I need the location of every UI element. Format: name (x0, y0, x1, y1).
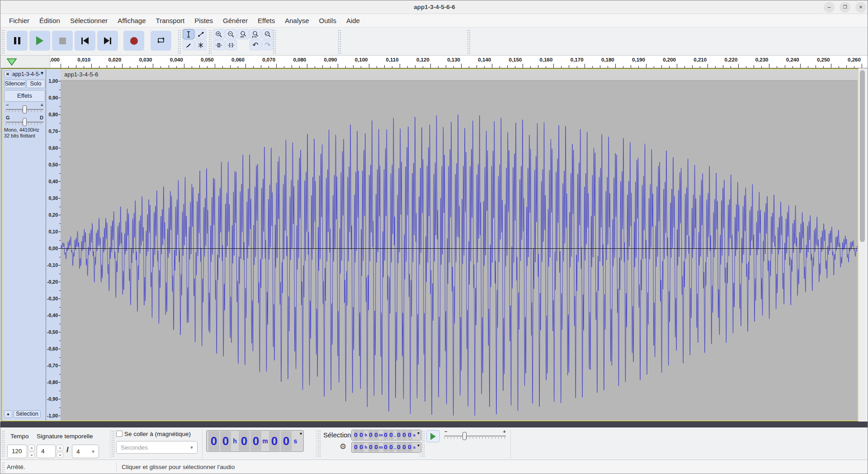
edit-grip[interactable] (208, 29, 212, 54)
tempo-spin-buttons[interactable] (28, 445, 35, 458)
selection-start-digit[interactable]: 0 (383, 431, 388, 440)
record-meter-grip[interactable] (338, 29, 341, 54)
waveform-area[interactable]: app1-3-4-5-6 (61, 69, 858, 421)
close-button[interactable]: × (855, 2, 866, 13)
stop-button[interactable] (52, 31, 73, 51)
selection-end-format-caret-icon[interactable]: ▾ (417, 442, 420, 449)
snapping-grip[interactable] (111, 430, 114, 457)
vertical-scrollbar-thumb[interactable] (860, 70, 865, 242)
play-at-speed-grip[interactable] (421, 430, 425, 457)
audio-position-unit[interactable]: m (262, 431, 269, 451)
track-collapse-button[interactable]: ▲ (4, 410, 12, 418)
track-name[interactable]: app1-3-4-5-6 (12, 71, 40, 78)
audio-position-unit[interactable]: s (292, 431, 299, 451)
menu-analyse[interactable]: Analyse (280, 14, 314, 28)
audio-position-format-caret-icon[interactable]: ▾ (300, 431, 302, 437)
menu-dition[interactable]: Édition (34, 14, 65, 28)
skip-to-end-button[interactable] (97, 31, 118, 51)
playback-meter-grip[interactable] (467, 29, 470, 54)
tools-grip[interactable] (178, 29, 181, 54)
selection-end-unit[interactable]: m (379, 443, 383, 452)
selection-start-digit[interactable]: 0 (354, 431, 359, 440)
menu-pistes[interactable]: Pistes (189, 14, 218, 28)
toolbar-grip[interactable] (1, 29, 5, 54)
restore-button[interactable]: ❐ (840, 2, 850, 13)
pause-button[interactable] (7, 31, 28, 51)
selection-end-digit[interactable]: 0 (407, 443, 412, 452)
menu-aide[interactable]: Aide (341, 14, 365, 28)
menu-gnrer[interactable]: Générer (218, 14, 253, 28)
play-button[interactable] (29, 31, 50, 51)
selection-end-digit[interactable]: 0 (359, 443, 364, 452)
zoom-selection-button[interactable] (237, 29, 249, 39)
audio-setup-grip[interactable] (273, 29, 276, 54)
selection-start-format-caret-icon[interactable]: ▾ (417, 430, 420, 436)
fit-project-button[interactable] (250, 29, 261, 39)
selection-settings-gear-icon[interactable]: ⚙ (340, 442, 346, 451)
snap-label[interactable]: Se coller à (magnétique) (124, 431, 191, 437)
pan-slider-thumb[interactable] (23, 118, 27, 126)
zoom-toggle-button[interactable] (262, 29, 274, 39)
zoom-in-button[interactable] (213, 29, 225, 39)
time-signature-upper-input[interactable]: 4 (37, 445, 56, 458)
menu-outils[interactable]: Outils (314, 14, 341, 28)
undo-button[interactable]: ↶ (250, 40, 261, 50)
mute-button[interactable]: Silencer (4, 80, 26, 88)
audio-position-digit[interactable]: 0 (281, 431, 292, 451)
track-menu-caret-icon[interactable]: ▼ (40, 71, 44, 76)
gain-slider-thumb[interactable] (23, 105, 27, 114)
selection-end-unit[interactable]: s (412, 443, 416, 452)
waveform-canvas[interactable] (61, 81, 858, 421)
menu-transport[interactable]: Transport (151, 14, 190, 28)
selection-end-digit[interactable]: 0 (354, 443, 359, 452)
selection-end-digit[interactable]: 0 (389, 443, 394, 452)
audio-position-unit[interactable]: h (231, 431, 238, 451)
menu-effets[interactable]: Effets (253, 14, 280, 28)
selection-start-digit[interactable]: 0 (396, 431, 401, 440)
time-signature-lower-select[interactable]: 4 ▾ (72, 445, 99, 458)
selection-start-unit[interactable]: m (379, 431, 383, 440)
selection-grip[interactable] (317, 430, 321, 457)
multi-tool-button[interactable] (195, 40, 207, 50)
amplitude-ruler[interactable]: 1,000,900,800,700,600,500,400,300,200,10… (46, 69, 61, 421)
audio-position-digit[interactable]: 0 (269, 431, 280, 451)
play-speed-thumb[interactable] (462, 432, 467, 440)
zoom-out-button[interactable] (225, 29, 237, 39)
selection-end-unit[interactable]: h (364, 443, 368, 452)
menu-slectionner[interactable]: Sélectionner (65, 14, 113, 28)
play-pin-icon[interactable] (6, 58, 18, 66)
redo-button[interactable]: ↷ (262, 40, 274, 50)
effects-button[interactable]: Effets (4, 90, 45, 102)
loop-button[interactable] (151, 31, 171, 51)
selection-end-digit[interactable]: 0 (402, 443, 407, 452)
selection-end-field[interactable]: 00h00m00.000s▾ (351, 442, 421, 453)
selection-start-digit[interactable]: 0 (402, 431, 407, 440)
selection-end-separator[interactable]: . (394, 443, 396, 452)
track-select-button[interactable]: Sélection (14, 410, 41, 418)
minimize-button[interactable]: – (824, 2, 835, 13)
time-signature-spin-buttons[interactable] (57, 445, 63, 458)
selection-start-unit[interactable]: h (364, 431, 368, 440)
selection-start-field[interactable]: 00h00m00.000s▾ (351, 430, 421, 441)
timeline-ruler[interactable]: 0,0000,0100,0200,0300,0400,0500,0600,070… (0, 56, 868, 68)
draw-tool-button[interactable] (183, 40, 194, 50)
selection-start-unit[interactable]: s (412, 431, 416, 440)
trim-outside-button[interactable] (213, 40, 225, 50)
selection-end-digit[interactable]: 0 (396, 443, 401, 452)
menu-affichage[interactable]: Affichage (113, 14, 151, 28)
snap-checkbox[interactable] (116, 431, 123, 437)
tempo-input[interactable]: 120 (7, 445, 27, 458)
selection-start-digit[interactable]: 0 (389, 431, 394, 440)
silence-audio-button[interactable] (225, 40, 237, 50)
pan-slider[interactable]: G D (6, 116, 43, 126)
record-button[interactable] (123, 31, 144, 51)
audio-position-display[interactable]: 00h00m00s▾ (206, 430, 304, 452)
vertical-scrollbar[interactable] (858, 68, 866, 422)
audio-position-digit[interactable]: 0 (220, 431, 231, 451)
audio-position-digit[interactable]: 0 (239, 431, 250, 451)
selection-end-digit[interactable]: 0 (368, 443, 373, 452)
selection-start-digit[interactable]: 0 (368, 431, 373, 440)
audio-position-digit[interactable]: 0 (208, 431, 219, 451)
selection-start-digit[interactable]: 0 (374, 431, 379, 440)
menu-fichier[interactable]: Fichier (4, 14, 34, 28)
